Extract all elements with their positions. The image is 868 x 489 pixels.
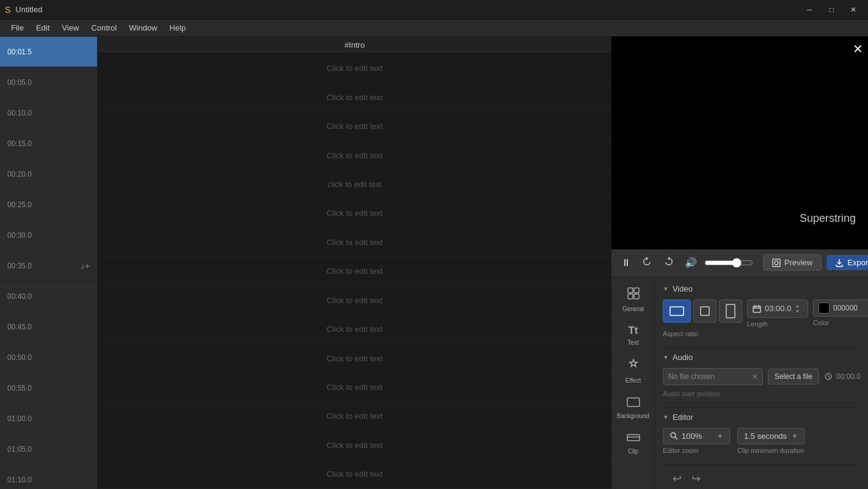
time-label-5: 00:25.0: [0, 189, 97, 220]
pause-button[interactable]: ⏸: [619, 255, 633, 271]
timeline-row-8[interactable]: Click to edit text: [98, 286, 611, 315]
menu-edit[interactable]: Edit: [30, 21, 56, 35]
general-label: General: [622, 306, 644, 312]
duration-arrow: ▼: [792, 433, 798, 439]
timeline-row-3[interactable]: Click to edit text: [98, 141, 611, 170]
audio-section-header[interactable]: ▼ Audio: [663, 353, 861, 362]
color-value: 000000: [833, 304, 865, 312]
app-icon: S: [5, 5, 10, 15]
svg-rect-0: [773, 259, 780, 267]
timeline-row-6[interactable]: Click ta edit text: [98, 228, 611, 257]
sidebar-item-background[interactable]: Background: [614, 391, 653, 424]
timeline-row-7[interactable]: Click to edit text: [98, 257, 611, 286]
zoom-arrow: ▼: [717, 433, 723, 439]
forward-button[interactable]: [660, 253, 677, 273]
timeline-row-4[interactable]: click to edit text: [98, 170, 611, 199]
file-clear-button[interactable]: ×: [753, 372, 757, 381]
svg-rect-7: [627, 435, 640, 441]
time-label-12: 01:00.0: [0, 403, 97, 434]
menu-control[interactable]: Control: [85, 21, 123, 35]
video-section: ▼ Video: [663, 284, 861, 337]
aspect-16-9-button[interactable]: [663, 300, 691, 323]
timeline-row-5[interactable]: Click to edit text: [98, 199, 611, 228]
titlebar-controls: ─ □ ✕: [800, 1, 863, 18]
aspect-1-1-button[interactable]: [693, 300, 717, 323]
volume-button[interactable]: 🔊: [682, 254, 699, 271]
redo-button[interactable]: ↪: [689, 469, 703, 488]
editor-title: Editor: [673, 413, 693, 422]
video-preview: Superstring ✕: [611, 37, 868, 249]
color-picker[interactable]: 000000 ▼: [813, 300, 868, 317]
export-button[interactable]: Export: [826, 255, 868, 270]
duration-value: 1.5 seconds: [744, 432, 788, 441]
undo-button[interactable]: ↩: [670, 469, 684, 488]
length-arrows[interactable]: ▲ ▼: [795, 303, 800, 314]
time-label-1: 00:05.0: [0, 67, 97, 98]
timeline-row-1[interactable]: Click to edit text: [98, 83, 611, 112]
close-button[interactable]: ✕: [844, 1, 863, 18]
background-label: Background: [617, 413, 649, 419]
menu-help[interactable]: Help: [163, 21, 192, 35]
zoom-dropdown[interactable]: 100% ▼: [663, 428, 730, 444]
sidebar-item-clip[interactable]: Clip: [614, 427, 653, 460]
rewind-button[interactable]: [638, 253, 655, 273]
timeline-row-11[interactable]: Click to edit text: [98, 373, 611, 402]
app-title: Untitled: [15, 5, 42, 14]
editor-controls-row: 100% ▼ Editor zoom 1.5 seconds ▼ Clip mi…: [663, 428, 861, 454]
svg-point-1: [775, 261, 778, 265]
menu-view[interactable]: View: [56, 21, 85, 35]
timeline-row-9[interactable]: Click to edit text: [98, 315, 611, 344]
video-section-header[interactable]: ▼ Video: [663, 284, 861, 293]
music-icon: ♪+: [81, 261, 90, 271]
duration-label: Clip minimum duration: [737, 447, 804, 454]
timeline-row-10[interactable]: Click to edit text: [98, 344, 611, 373]
editor-section-header[interactable]: ▼ Editor: [663, 413, 861, 422]
zoom-icon: [669, 432, 678, 440]
audio-position-label: Audio start position: [663, 390, 861, 397]
clip-icon: [627, 432, 640, 446]
svg-rect-10: [701, 307, 709, 315]
video-settings-row: Aspect ratio 03:00.0: [663, 300, 861, 337]
sidebar-item-effect[interactable]: Effect: [614, 353, 653, 389]
editor-chevron: ▼: [663, 414, 669, 421]
sidebar-icons: General Tt Text Effect: [611, 277, 655, 490]
length-label: Length: [747, 320, 808, 328]
file-input-area: No file chosen ×: [663, 368, 763, 385]
sidebar-item-general[interactable]: General: [614, 282, 653, 317]
timeline-header: #Intro: [98, 37, 611, 54]
maximize-button[interactable]: □: [822, 1, 841, 18]
time-label-9: 00:45.0: [0, 312, 97, 342]
audio-file-row: No file chosen × Select a file 00:00.0: [663, 368, 861, 385]
text-label: Text: [627, 339, 638, 346]
titlebar: S Untitled ─ □ ✕: [0, 0, 868, 20]
audio-chevron: ▼: [663, 354, 669, 361]
close-preview-button[interactable]: ✕: [853, 42, 863, 56]
length-value: 03:00.0: [765, 304, 791, 313]
select-file-button[interactable]: Select a file: [768, 369, 819, 384]
editor-section: ▼ Editor 100% ▼: [663, 413, 861, 454]
minimize-button[interactable]: ─: [800, 1, 819, 18]
general-icon: [627, 287, 640, 303]
menu-file[interactable]: File: [5, 21, 30, 35]
timeline-row-2[interactable]: Click to edit text: [98, 112, 611, 141]
time-label-11: 00:55.0: [0, 373, 97, 403]
duration-dropdown[interactable]: 1.5 seconds ▼: [737, 428, 804, 444]
menu-window[interactable]: Window: [123, 21, 163, 35]
aspect-9-16-button[interactable]: [719, 300, 742, 323]
export-label: Export: [847, 258, 868, 267]
audio-section: ▼ Audio No file chosen × Select a file: [663, 353, 861, 397]
sidebar-item-text[interactable]: Tt Text: [614, 320, 653, 351]
timeline-row-12[interactable]: Click to edit text: [98, 402, 611, 431]
volume-slider[interactable]: [704, 258, 753, 268]
effect-icon: [627, 358, 640, 375]
divider-2: [663, 407, 861, 408]
background-icon: [627, 396, 640, 410]
menubar: File Edit View Control Window Help: [0, 20, 868, 37]
timeline-row-0[interactable]: Click to edit text: [98, 54, 611, 83]
time-label-0: 00:01.5: [0, 37, 97, 67]
video-chevron: ▼: [663, 285, 669, 292]
length-input[interactable]: 03:00.0 ▲ ▼: [747, 300, 808, 318]
timeline-row-13[interactable]: Click to edit text: [98, 431, 611, 460]
timeline-row-14[interactable]: Click to edit text: [98, 460, 611, 489]
preview-button[interactable]: Preview: [763, 254, 822, 271]
